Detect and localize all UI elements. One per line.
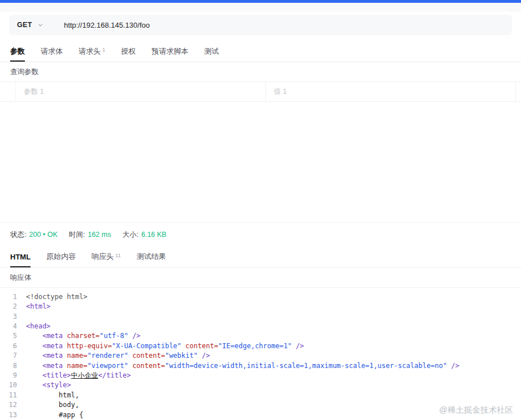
code-line: 8 <meta name="viewport" content="width=d…: [0, 361, 521, 371]
code-line-content: <meta name="viewport" content="width=dev…: [26, 361, 459, 371]
response-body-label: 响应体: [0, 268, 521, 288]
param-row-handle: [0, 82, 16, 101]
tab-label: HTML: [10, 253, 31, 261]
line-number: 9: [0, 371, 26, 380]
size-value: 6.16 KB: [141, 231, 166, 239]
query-params-label: 查询参数: [0, 62, 521, 82]
code-line-content: html,: [26, 391, 79, 400]
code-line-content: <html>: [26, 302, 50, 311]
code-line-content: <!doctype html>: [26, 292, 87, 302]
code-line: 2<html>: [0, 302, 521, 311]
tab-label: 测试结果: [136, 252, 166, 262]
method-selector[interactable]: GET: [17, 21, 48, 29]
line-number: 5: [0, 331, 26, 341]
tab-count-badge: 11: [115, 253, 120, 258]
code-line: 7 <meta name="renderer" content="webkit"…: [0, 351, 521, 361]
header-strip: [0, 3, 521, 12]
code-line-content: <meta http-equiv="X-UA-Compatible" conte…: [26, 341, 304, 351]
tab-label: 原始内容: [46, 252, 76, 262]
size-label: 大小:: [122, 230, 138, 240]
line-number: 11: [0, 391, 26, 400]
response-time: 时间: 162 ms: [69, 230, 111, 240]
code-line-content: [26, 312, 30, 322]
request-tabs: 参数 请求体 请求头1 授权 预请求脚本 测试: [0, 41, 521, 62]
tab-response-headers[interactable]: 响应头11: [92, 246, 120, 267]
tab-count-badge: 1: [102, 47, 105, 53]
line-number: 3: [0, 312, 26, 322]
tab-raw-content[interactable]: 原始内容: [46, 246, 76, 267]
tab-label: 预请求脚本: [152, 46, 188, 57]
param-value-input[interactable]: [266, 82, 515, 101]
param-key-input[interactable]: [16, 82, 266, 101]
url-input[interactable]: [64, 21, 504, 29]
watermark: @稀土掘金技术社区: [439, 405, 513, 415]
param-row: [0, 82, 521, 102]
code-line-content: <meta charset="utf-8" />: [26, 331, 140, 341]
tab-request-body[interactable]: 请求体: [41, 41, 63, 62]
code-line-content: <meta name="renderer" content="webkit" /…: [26, 351, 210, 361]
tab-test-results[interactable]: 测试结果: [136, 246, 166, 267]
code-line: 3: [0, 312, 521, 322]
code-line: 11 html,: [0, 391, 521, 400]
empty-space: [0, 102, 521, 222]
line-number: 7: [0, 351, 26, 361]
response-size: 大小: 6.16 KB: [122, 230, 166, 240]
response-meta: 状态: 200 • OK 时间: 162 ms 大小: 6.16 KB: [0, 222, 521, 246]
response-status: 状态: 200 • OK: [10, 230, 58, 240]
line-number: 8: [0, 361, 26, 371]
line-number: 4: [0, 322, 26, 331]
tab-label: 测试: [204, 46, 219, 57]
tab-pre-request-script[interactable]: 预请求脚本: [152, 41, 188, 62]
code-line-content: <head>: [26, 322, 50, 331]
tab-html[interactable]: HTML: [10, 246, 31, 267]
tab-label: 请求头: [79, 46, 101, 57]
code-line: 10 <style>: [0, 380, 521, 390]
time-value: 162 ms: [88, 231, 111, 239]
code-line: 5 <meta charset="utf-8" />: [0, 331, 521, 341]
line-number: 12: [0, 400, 26, 410]
code-line-content: body,: [26, 400, 79, 410]
line-number: 2: [0, 302, 26, 311]
tab-label: 请求体: [41, 46, 63, 57]
code-line-content: #app {: [26, 410, 83, 420]
status-label: 状态:: [10, 230, 26, 240]
tab-tests[interactable]: 测试: [204, 41, 219, 62]
line-number: 13: [0, 410, 26, 420]
code-line: 6 <meta http-equiv="X-UA-Compatible" con…: [0, 341, 521, 351]
tab-authorization[interactable]: 授权: [121, 41, 136, 62]
tab-params[interactable]: 参数: [10, 41, 25, 62]
tab-request-headers[interactable]: 请求头1: [79, 41, 105, 62]
code-line-content: <title>中小企业</title>: [26, 371, 131, 380]
tab-label: 授权: [121, 46, 136, 57]
code-line: 1<!doctype html>: [0, 292, 521, 302]
code-lines: 1<!doctype html>2<html>3 4<head>5 <meta …: [0, 292, 521, 420]
tab-label: 参数: [10, 46, 25, 57]
line-number: 1: [0, 292, 26, 302]
status-value: 200 • OK: [29, 231, 57, 239]
param-row-end: [515, 82, 521, 101]
chevron-down-icon: [37, 22, 44, 28]
response-body-code[interactable]: 1<!doctype html>2<html>3 4<head>5 <meta …: [0, 288, 521, 420]
code-line: 4<head>: [0, 322, 521, 331]
api-client-window: GET 参数 请求体 请求头1 授权 预请求脚本 测试 查询参数 状态: 200…: [0, 0, 521, 420]
method-label: GET: [17, 21, 32, 29]
line-number: 6: [0, 341, 26, 351]
tab-label: 响应头: [92, 252, 114, 262]
time-label: 时间:: [69, 230, 85, 240]
line-number: 10: [0, 380, 26, 390]
response-tabs: HTML 原始内容 响应头11 测试结果: [0, 246, 521, 268]
request-bar: GET: [9, 15, 512, 35]
code-line-content: <style>: [26, 380, 71, 390]
code-line: 9 <title>中小企业</title>: [0, 371, 521, 380]
